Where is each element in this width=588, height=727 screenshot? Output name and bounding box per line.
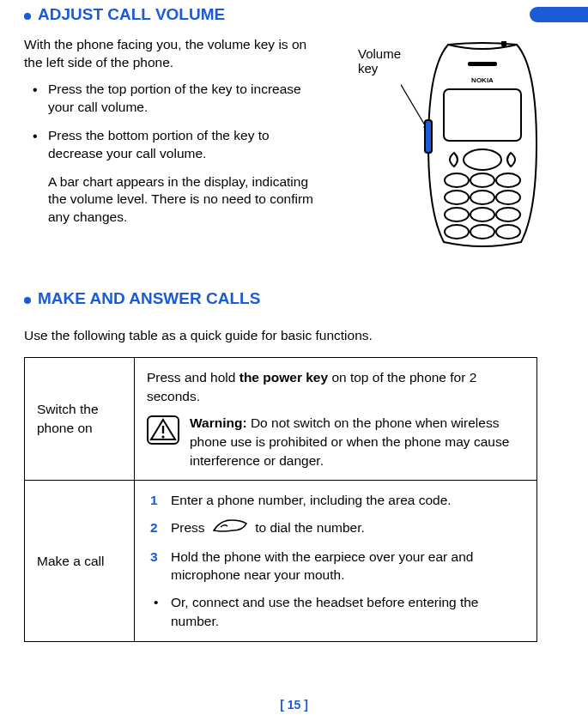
svg-point-21 xyxy=(161,436,164,439)
svg-point-7 xyxy=(496,173,520,187)
quick-guide-table: Switch the phone on Press and hold the p… xyxy=(24,357,537,642)
make-call-steps: Enter a phone number, including the area… xyxy=(147,491,524,585)
section1-after-text: A bar chart appears in the display, indi… xyxy=(48,173,323,227)
svg-point-12 xyxy=(470,208,494,221)
svg-point-8 xyxy=(445,191,469,204)
sub-item: Or, connect and use the headset before e… xyxy=(147,593,524,630)
section1-intro: With the phone facing you, the volume ke… xyxy=(24,36,316,72)
section-bullet-icon xyxy=(24,13,31,20)
list-item: Press the bottom portion of the key to d… xyxy=(29,127,321,163)
warning-icon xyxy=(147,415,179,450)
svg-point-14 xyxy=(445,225,469,239)
table-row: Make a call Enter a phone number, includ… xyxy=(25,481,537,641)
table-row-content: Press and hold the power key on top of t… xyxy=(135,357,537,480)
section-title-adjust-volume: ADJUST CALL VOLUME xyxy=(38,5,225,24)
list-item: Press the top portion of the key to incr… xyxy=(29,81,321,117)
svg-point-16 xyxy=(496,225,520,239)
svg-point-5 xyxy=(445,173,469,187)
table-row: Switch the phone on Press and hold the p… xyxy=(25,357,537,480)
step-item: Enter a phone number, including the area… xyxy=(147,491,524,510)
svg-point-15 xyxy=(470,225,494,239)
section-bullet-icon xyxy=(24,297,31,304)
step-item: Press to dial the number. xyxy=(147,518,524,539)
svg-point-10 xyxy=(496,191,520,204)
svg-point-9 xyxy=(470,191,494,204)
phone-illustration: NOKIA xyxy=(401,41,547,251)
warning-label: Warning: xyxy=(190,415,247,430)
table-row-content: Enter a phone number, including the area… xyxy=(135,481,537,641)
page-number: [ 15 ] xyxy=(0,698,588,712)
section-title-make-answer-calls: MAKE AND ANSWER CALLS xyxy=(38,289,260,308)
text-fragment: Press xyxy=(171,520,209,535)
figure-label-line: key xyxy=(358,61,378,76)
volume-key-label: Volume key xyxy=(358,46,401,76)
phone-brand-text: NOKIA xyxy=(471,76,494,84)
svg-point-4 xyxy=(464,149,501,170)
call-key-icon xyxy=(212,518,248,539)
warning-text: Warning: Do not switch on the phone when… xyxy=(190,414,524,470)
page-side-tab xyxy=(530,7,588,22)
section2-intro: Use the following table as a quick guide… xyxy=(24,327,555,345)
text-fragment: Press and hold xyxy=(147,370,239,385)
svg-rect-2 xyxy=(468,62,497,66)
section1-bullet-list: Press the top portion of the key to incr… xyxy=(29,81,321,163)
table-row-label: Switch the phone on xyxy=(25,357,135,480)
figure-label-line: Volume xyxy=(358,46,401,61)
svg-point-13 xyxy=(496,208,520,221)
switch-on-instruction: Press and hold the power key on top of t… xyxy=(147,368,524,405)
text-fragment: to dial the number. xyxy=(255,520,365,535)
phone-figure: Volume key xyxy=(358,41,547,251)
step-item: Hold the phone with the earpiece over yo… xyxy=(147,548,524,585)
svg-rect-17 xyxy=(425,120,432,153)
text-bold: the power key xyxy=(239,370,328,385)
svg-point-6 xyxy=(470,173,494,187)
svg-point-11 xyxy=(445,208,469,221)
make-call-sub-list: Or, connect and use the headset before e… xyxy=(147,593,524,630)
table-row-label: Make a call xyxy=(25,481,135,641)
svg-rect-3 xyxy=(444,89,521,141)
